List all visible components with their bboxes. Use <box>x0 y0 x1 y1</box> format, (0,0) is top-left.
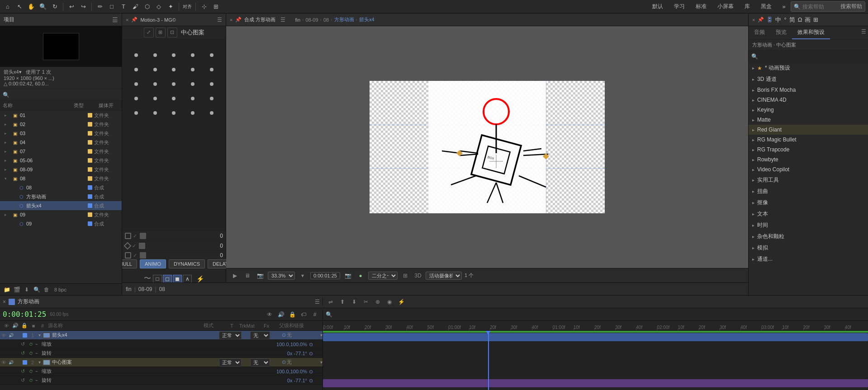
tl-tag-icon[interactable]: 🏷 <box>299 310 308 320</box>
puppet-icon[interactable]: ✦ <box>166 2 175 12</box>
comp-snapshot-icon[interactable]: 📷 <box>343 271 353 281</box>
new-folder-icon[interactable]: 📁 <box>3 286 11 294</box>
tl-speaker-icon[interactable]: 🔊 <box>276 310 286 320</box>
layer-eye-1[interactable]: 👁 <box>0 360 7 365</box>
layer-trk-select-1[interactable]: 无 <box>250 358 270 367</box>
comp-time-display[interactable]: 0:00:01:25 <box>310 272 340 279</box>
comp-tab-label[interactable]: 合成 方形动画 <box>244 16 275 23</box>
workspace-learn[interactable]: 学习 <box>670 2 688 11</box>
workspace-library[interactable]: 库 <box>741 2 754 11</box>
track-bar-2-inner[interactable] <box>323 379 868 387</box>
tl-tab-label[interactable]: 方形动画 <box>18 298 39 305</box>
dot-43[interactable] <box>183 106 202 120</box>
sub-val-0-0[interactable]: 100.0,100.0% <box>276 342 307 347</box>
dot-40[interactable] <box>127 106 146 120</box>
effect-cat-1[interactable]: ▸ 3D 通道 <box>749 74 868 85</box>
sub-link-icon-1-1[interactable]: ⊙ <box>309 378 313 383</box>
workspace-default[interactable]: 默认 <box>649 2 667 11</box>
project-item-04[interactable]: ▸ ▣ 04 文件夹 <box>0 138 122 147</box>
rotate-icon[interactable]: ↻ <box>50 2 60 12</box>
tl-layer-row-1[interactable]: 👁 🔊 2 ▾ 中心图案 正常 无 ⊙ 无 ▾ <box>0 358 323 367</box>
comp-color-icon[interactable]: ● <box>356 271 365 281</box>
dot-44[interactable] <box>202 106 221 120</box>
layer-exp-1[interactable]: ▾ <box>36 360 43 365</box>
layer-mode-select-1[interactable]: 正常 <box>219 358 242 367</box>
align-icon[interactable]: 对齐 <box>182 2 192 12</box>
tab-effects[interactable]: 效果和预设 <box>792 26 830 39</box>
sub-link-icon-1-0[interactable]: ⊙ <box>309 369 313 374</box>
sub-stopwatch-1-0[interactable]: ⏱ <box>29 369 35 374</box>
effect-cat-4[interactable]: ▸ Keying <box>749 105 868 115</box>
comp-downarrow-icon[interactable]: ▾ <box>298 271 308 281</box>
dot-00[interactable] <box>127 48 146 62</box>
project-item-02[interactable]: ▸ ▣ 02 文件夹 <box>0 120 122 129</box>
tl-lightning-icon[interactable]: ⚡ <box>396 297 406 307</box>
dot-01[interactable] <box>146 48 165 62</box>
plugin-icon-1[interactable]: 🎛 <box>767 16 773 23</box>
project-item-03[interactable]: ▸ ▣ 03 文件夹 <box>0 129 122 138</box>
effects-close-icon[interactable]: × <box>752 17 755 23</box>
color-swatch-2[interactable] <box>139 243 145 249</box>
color-swatch-1[interactable] <box>140 233 146 239</box>
layer-trk-select-0[interactable]: 无 <box>250 331 270 339</box>
comp-viewport[interactable]: BOX <box>226 26 748 268</box>
comp-menu-icon[interactable]: ☰ <box>280 17 285 23</box>
effect-cat-10[interactable]: ▸ Video Copilot <box>749 164 868 174</box>
effect-cat-11[interactable]: ▸ 实用工具 <box>749 174 868 186</box>
project-item-01[interactable]: ▸ ▣ 01 文件夹 <box>0 111 122 120</box>
shape-btn-active2[interactable]: ◼ <box>173 275 182 283</box>
wave-icon[interactable]: 〜 <box>144 274 151 282</box>
tl-ripple-icon[interactable]: ⇌ <box>326 297 336 307</box>
tl-extract-icon[interactable]: ⬇ <box>349 297 359 307</box>
layer-mode-select-0[interactable]: 正常 <box>219 331 242 339</box>
layer-audio-1[interactable]: 🔊 <box>7 360 14 365</box>
snap-icon[interactable]: ⊹ <box>199 2 209 12</box>
tl-layer-row-0[interactable]: 👁 🔊 1 ▾ 箭头x4 正常 无 ⊙ 无 ▾ <box>0 331 323 340</box>
sub-link-icon-0-0[interactable]: ⊙ <box>309 342 313 347</box>
dot-22[interactable] <box>165 77 184 91</box>
fit-icon[interactable]: ⤢ <box>144 28 154 38</box>
plugin-icon-6[interactable]: 画 <box>805 16 811 24</box>
sub-link-icon-0-1[interactable]: ⊙ <box>309 351 313 356</box>
effect-cat-6[interactable]: ▸ Red Giant <box>749 125 868 135</box>
layer-exp-0[interactable]: ▾ <box>36 333 43 338</box>
more-workspaces-icon[interactable]: » <box>779 2 789 12</box>
effect-cat-3[interactable]: ▸ CINEMA 4D <box>749 95 868 105</box>
sub-val-1-0[interactable]: 100.0,100.0% <box>276 369 307 374</box>
project-item-08-09[interactable]: ▸ ▣ 08-09 文件夹 <box>0 165 122 174</box>
project-item-05-06[interactable]: ▸ ▣ 05-06 文件夹 <box>0 156 122 165</box>
plugin-icon-2[interactable]: 中 <box>775 16 781 24</box>
project-item-09-child[interactable]: ⬡ 09 合成 <box>0 219 122 228</box>
grid-icon[interactable]: ⊞ <box>211 2 221 12</box>
sub-stopwatch-0-0[interactable]: ⏱ <box>29 342 35 347</box>
dot-33[interactable] <box>183 91 202 106</box>
tl-eye-icon[interactable]: 👁 <box>265 310 275 320</box>
dot-31[interactable] <box>146 91 165 106</box>
comp-camera-select[interactable]: 活动摄像机 <box>426 272 462 280</box>
shape-btn-active[interactable]: ◻ <box>163 275 172 283</box>
dot-34[interactable] <box>202 91 221 106</box>
new-comp-icon[interactable]: 🎬 <box>13 286 21 294</box>
hand-icon[interactable]: ✋ <box>26 2 36 12</box>
dot-11[interactable] <box>146 62 165 77</box>
project-item-08-parent[interactable]: ▾ ▣ 08 文件夹 <box>0 174 122 183</box>
workspace-blackbox[interactable]: 黑盒 <box>757 2 775 11</box>
effect-cat-15[interactable]: ▸ 时间 <box>749 220 868 231</box>
layer-audio-0[interactable]: 🔊 <box>7 333 14 338</box>
project-item-09[interactable]: ▸ ▣ 09 文件夹 <box>0 210 122 219</box>
shape-btn-rect[interactable]: □ <box>153 275 162 283</box>
plugin-icon-4[interactable]: 简 <box>789 16 795 24</box>
dot-10[interactable] <box>127 62 146 77</box>
cursor-icon[interactable]: ↖ <box>14 2 24 12</box>
null-btn[interactable]: NULL <box>122 259 137 268</box>
workspace-standard[interactable]: 标准 <box>692 2 710 11</box>
workspace-small-screen[interactable]: 小屏幕 <box>714 2 737 11</box>
project-search-input[interactable] <box>11 92 119 98</box>
project-item-square-anim[interactable]: ⬡ 方形动画 合成 <box>0 192 122 201</box>
undo-icon[interactable]: ↩ <box>66 2 76 12</box>
pen-icon[interactable]: ✏ <box>95 2 105 12</box>
brush-icon[interactable]: 🖌 <box>130 2 140 12</box>
sub-icon-1-0[interactable]: ↺ <box>21 368 29 374</box>
breadcrumb-0809[interactable]: 08-09 <box>305 17 318 23</box>
dot-03[interactable] <box>183 48 202 62</box>
